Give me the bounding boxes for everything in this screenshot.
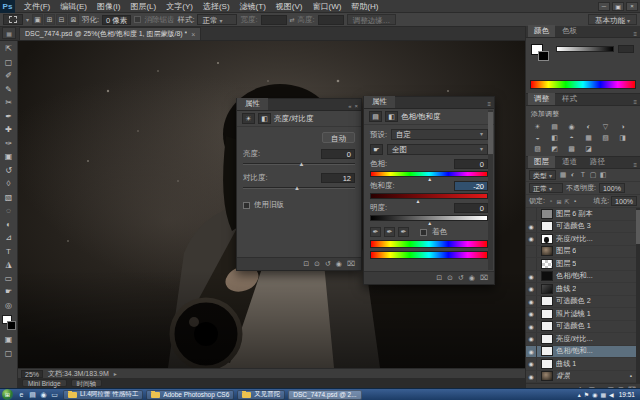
panel-title-bar[interactable]: 属性 « × [237,99,361,111]
layer-row[interactable]: ◉ 可选颜色 3 [526,221,640,234]
layer-thumbnail[interactable] [541,296,553,306]
panel-menu-icon[interactable]: ≡ [633,99,640,105]
lightness-value-field[interactable]: 0 [454,203,488,213]
fill-field[interactable]: 100% [611,196,637,206]
layer-row[interactable]: ◉ 背景 ▪ [526,371,640,384]
layer-visibility-icon[interactable]: ◉ [526,308,537,320]
color-balance-icon[interactable]: ◒ [529,132,546,143]
menu-item[interactable]: 窗口(W) [307,0,346,13]
delete-icon[interactable]: ⌧ [347,260,355,268]
restore-button[interactable]: ▣ [612,2,624,11]
security-flag-icon[interactable]: ⚑ [584,391,589,398]
lock-transparency-icon[interactable]: ▫ [547,198,555,205]
clip-indicator-icon[interactable]: ◧ [258,113,271,124]
layer-row[interactable]: ◉ 亮度/对比... [526,333,640,346]
ie-icon[interactable]: e [16,390,27,400]
vibrance-icon[interactable]: ▽ [597,121,614,132]
layer-thumbnail[interactable] [541,221,553,231]
layer-row[interactable]: ◉ 照片滤镜 1 [526,308,640,321]
use-legacy-checkbox[interactable] [243,202,250,209]
layer-thumbnail[interactable] [541,309,553,319]
targeted-adjustment-icon[interactable]: ☛ [370,144,383,155]
channel-select[interactable]: 全图▾ [387,144,488,155]
document-tab[interactable]: DSC_7474.psd @ 25%(色相/饱和度 1, 图层蒙版/8) * × [19,27,201,40]
panel-tab[interactable]: 通道 [556,156,583,168]
contrast-value-field[interactable]: 12 [321,173,355,183]
color-slider[interactable] [556,46,614,52]
eraser-tool[interactable]: ◊ [1,177,17,191]
blend-mode-select[interactable]: 正常 ▾ [529,183,563,193]
color-value-box[interactable] [618,45,634,53]
brush-tool[interactable]: ✑ [1,137,17,151]
visibility-icon[interactable]: ◉ [336,260,342,268]
lightness-slider[interactable]: ▲ [370,215,488,221]
eyedropper-minus-icon[interactable]: ✒ [398,227,409,237]
delete-icon[interactable]: ⌧ [480,274,488,282]
layer-visibility-icon[interactable]: ◉ [526,271,537,283]
visibility-icon[interactable]: ◉ [469,274,475,282]
contrast-slider[interactable]: ▲ [243,184,355,193]
antialias-checkbox[interactable] [134,16,141,23]
layer-row[interactable]: ◉ 曲线 1 [526,358,640,371]
refine-edge-button[interactable]: 调整边缘… [347,14,397,25]
intersect-selection-icon[interactable]: ⊠ [68,14,79,25]
hue-value-field[interactable]: 0 [454,159,488,169]
layer-visibility-icon[interactable] [526,258,537,270]
menu-item[interactable]: 滤镜(T) [235,0,271,13]
layer-visibility-icon[interactable]: ◉ [526,221,537,233]
workspace-switcher[interactable]: 基本功能 ▾ [588,14,637,25]
layer-row[interactable]: ◉ 可选颜色 2 [526,296,640,309]
move-tool[interactable]: ⇱ [1,42,17,56]
filter-type-layers-icon[interactable]: T [578,171,588,179]
marquee-tool[interactable]: ▢ [1,56,17,70]
panel-tab[interactable]: 样式 [556,93,583,105]
height-input[interactable] [318,15,344,25]
layer-row[interactable]: ◉ 可选颜色 1 [526,321,640,334]
layer-visibility-icon[interactable]: ◉ [526,371,537,383]
show-hidden-icons-icon[interactable]: ▴ [578,391,581,398]
layer-visibility-icon[interactable]: ◉ [526,321,537,333]
hue-slider[interactable]: ▲ [370,171,488,177]
reset-icon[interactable]: ↺ [325,260,331,268]
channel-mixer-icon[interactable]: ▦ [580,132,597,143]
saturation-slider[interactable]: ▲ [370,193,488,199]
bottom-panel-tab[interactable]: Mini Bridge [22,379,67,387]
panel-menu-icon[interactable]: ≡ [633,31,640,37]
subtract-selection-icon[interactable]: ⊟ [56,14,67,25]
background-color-swatch[interactable] [7,321,16,330]
clip-to-layer-icon[interactable]: ⊡ [436,274,442,282]
layer-thumbnail[interactable] [541,359,553,369]
layer-thumbnail[interactable] [541,371,553,381]
layer-filter-select[interactable]: 类型 ▾ [529,170,556,180]
properties-tab[interactable]: 属性 [364,96,395,108]
gradient-tool[interactable]: ▧ [1,191,17,205]
layer-thumbnail[interactable] [541,259,553,269]
layer-visibility-icon[interactable] [526,208,537,220]
layer-thumbnail[interactable] [541,284,553,294]
threshold-icon[interactable]: ◩ [546,143,563,154]
taskbar-document-button[interactable]: DSC_7474.psd @ 2... [288,390,361,400]
status-options-arrow[interactable]: ▸ [114,370,117,377]
panel-tab[interactable]: 色板 [556,25,583,37]
curves-icon[interactable]: ◉ [563,121,580,132]
volume-icon[interactable]: ◀ [609,391,614,398]
zoom-tool[interactable]: ◎ [1,299,17,313]
colorize-checkbox[interactable] [420,229,427,236]
menu-item[interactable]: 选择(S) [198,0,235,13]
crop-tool[interactable]: ✂ [1,96,17,110]
screen-mode-icon[interactable]: ▢ [1,347,17,361]
gradient-map-icon[interactable]: ▩ [563,143,580,154]
marquee-tool-icon[interactable] [3,14,23,25]
add-selection-icon[interactable]: ⊞ [44,14,55,25]
minimize-button[interactable]: ─ [598,2,610,11]
panel-menu-icon[interactable]: ≡ [487,101,491,107]
pen-tool[interactable]: ⊿ [1,231,17,245]
taskbar-window-button[interactable]: LI.4阿拉蕾 性感特工 [63,390,143,400]
layer-row[interactable]: ◉ 色相/饱和... [526,346,640,359]
layer-visibility-icon[interactable]: ◉ [526,283,537,295]
layer-row[interactable]: 图层 6 [526,246,640,259]
layer-visibility-icon[interactable]: ◉ [526,358,537,370]
layer-row[interactable]: ◉ 亮度/对比... [526,233,640,246]
layer-visibility-icon[interactable]: ◉ [526,346,537,358]
layer-thumbnail[interactable] [541,346,553,356]
